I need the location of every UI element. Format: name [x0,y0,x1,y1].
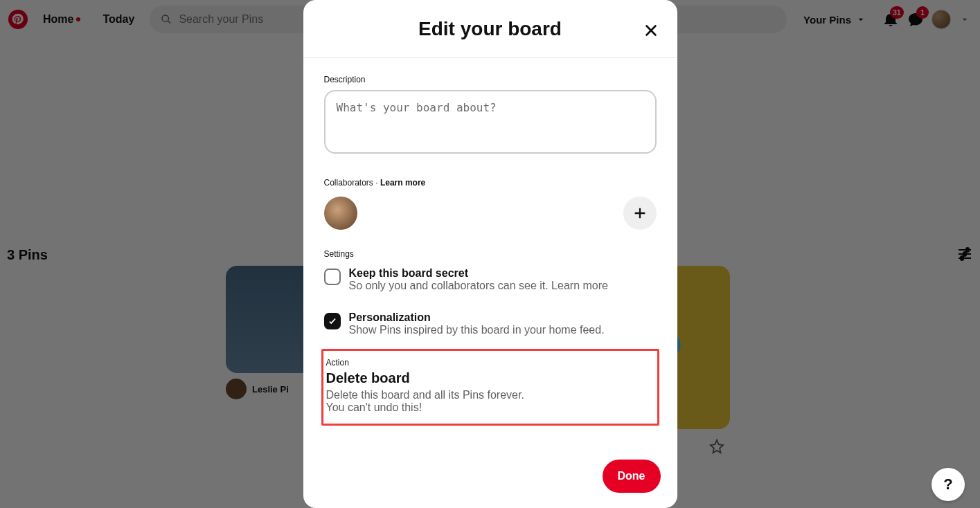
add-collaborator-button[interactable] [623,197,657,230]
close-button[interactable] [640,19,662,42]
collaborators-label: Collaborators [324,178,373,188]
help-fab[interactable]: ? [932,468,965,501]
action-label: Action [326,358,654,368]
modal-footer: Done [303,448,677,508]
plus-icon [632,206,648,221]
description-input[interactable] [324,90,657,154]
delete-board-button[interactable]: Delete board [326,370,654,386]
edit-board-modal: Edit your board Description Collaborator… [303,0,677,508]
modal-body: Description Collaborators · Learn more S… [303,58,677,448]
delete-sub-2: You can't undo this! [326,401,654,414]
close-icon [643,23,659,38]
secret-setting-row: Keep this board secret So only you and c… [324,267,657,292]
personalization-sub: Show Pins inspired by this board in your… [349,324,605,336]
description-label: Description [324,75,657,84]
done-button[interactable]: Done [603,460,661,493]
delete-action-highlighted: Action Delete board Delete this board an… [321,349,659,426]
secret-sub: So only you and collaborators can see it… [349,280,608,292]
personalization-title: Personalization [349,311,605,324]
modal-header: Edit your board [303,0,677,58]
personalization-setting-row: Personalization Show Pins inspired by th… [324,311,657,336]
help-icon: ? [943,475,952,493]
check-icon [328,316,337,326]
modal-title: Edit your board [418,18,562,40]
secret-title: Keep this board secret [349,267,608,280]
collaborator-avatar[interactable] [324,197,357,230]
settings-label: Settings [324,249,657,259]
personalization-checkbox[interactable] [324,313,341,329]
delete-sub-1: Delete this board and all its Pins forev… [326,389,654,401]
separator: · [373,178,380,188]
secret-checkbox[interactable] [324,269,341,285]
learn-more-link[interactable]: Learn more [380,178,425,188]
